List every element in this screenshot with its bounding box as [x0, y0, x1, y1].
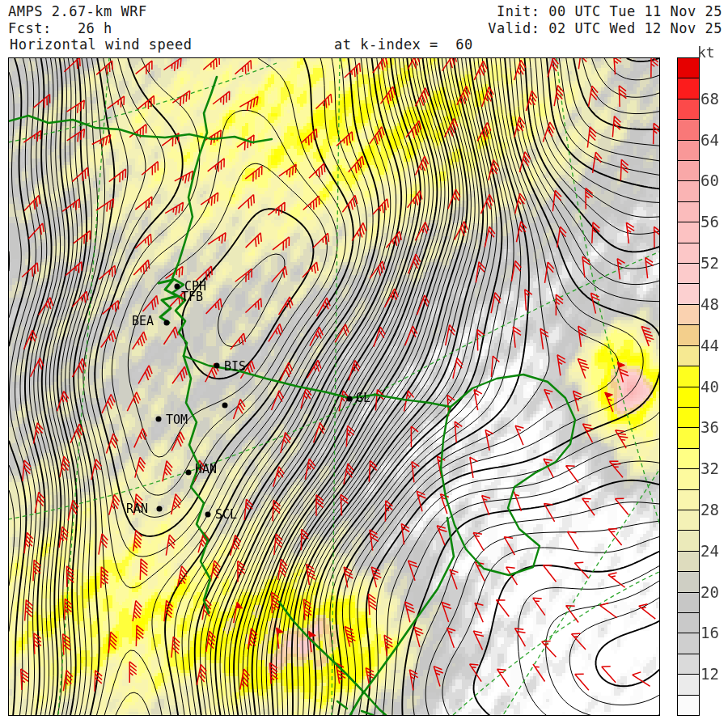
wind-barb	[533, 664, 545, 682]
wind-barb	[481, 194, 494, 214]
wind-barb	[485, 430, 493, 451]
wind-barb	[272, 592, 279, 613]
colorbar-cell-64	[677, 119, 700, 140]
wind-barb	[63, 634, 71, 655]
wind-barb	[602, 667, 616, 683]
wind-barb	[543, 122, 554, 142]
wind-barb	[133, 600, 142, 621]
colorbar-cell-68	[677, 78, 700, 99]
wind-barb	[335, 324, 349, 343]
wind-barb	[301, 529, 308, 550]
wind-barb	[582, 498, 595, 515]
wind-barb	[586, 188, 593, 210]
station-dot	[214, 363, 220, 369]
wind-barb	[578, 358, 589, 378]
wind-barb	[281, 433, 291, 453]
colorbar-cell-20	[677, 571, 700, 592]
wind-barb	[245, 166, 262, 181]
wind-barb	[67, 129, 85, 142]
wind-barb	[59, 527, 68, 548]
wind-barb	[133, 260, 149, 275]
wind-barb	[415, 222, 429, 240]
station-dot	[222, 403, 228, 408]
wind-barb	[135, 197, 151, 210]
wind-barb	[614, 53, 621, 74]
colorbar-cell-26	[677, 510, 700, 531]
wind-barb	[373, 56, 387, 73]
wind-barb	[245, 298, 261, 313]
colorbar-cell-8	[677, 695, 700, 716]
wind-barb	[641, 327, 654, 346]
colorbar-label-44: 44	[700, 336, 728, 354]
wind-barb	[235, 269, 252, 282]
wind-barb	[566, 466, 579, 483]
coastline	[441, 375, 575, 575]
wind-barb	[482, 495, 490, 514]
wind-barb	[513, 327, 521, 348]
wind-barb	[406, 121, 421, 138]
graticule-line	[8, 247, 671, 519]
wind-barb	[371, 567, 381, 587]
colorbar-cell-62	[677, 140, 700, 161]
wind-barb	[557, 355, 565, 376]
wind-barb	[304, 599, 312, 620]
wind-barb	[134, 429, 147, 448]
wind-barb	[352, 222, 366, 240]
wind-barb	[578, 49, 587, 70]
colorbar-cell-32	[677, 448, 700, 469]
colorbar-cell-50	[677, 263, 700, 284]
wind-barb	[314, 422, 325, 442]
wind-barb	[136, 625, 143, 646]
wind-barb	[575, 674, 589, 690]
wind-barb	[33, 560, 40, 581]
wind-barb	[414, 627, 423, 647]
colorbar-cell-10	[677, 674, 700, 695]
colorbar-cell-18	[677, 592, 700, 613]
wind-barb	[62, 199, 79, 211]
wind-barb	[234, 602, 238, 623]
wind-barb	[552, 190, 561, 211]
wind-barb	[447, 628, 455, 647]
wind-barb	[491, 293, 501, 314]
wind-barb	[175, 171, 193, 183]
wind-barb	[587, 127, 596, 148]
wind-barb	[171, 432, 184, 451]
colorbar-label-40: 40	[700, 378, 728, 396]
wind-barb	[385, 501, 392, 522]
station-label: BEA	[132, 314, 154, 328]
wind-barb	[374, 327, 385, 347]
map-frame	[9, 58, 660, 716]
wind-barb	[248, 629, 257, 650]
wind-barb	[370, 127, 384, 145]
wind-barb	[163, 327, 178, 345]
wind-barb	[455, 421, 462, 442]
wind-barb	[231, 535, 241, 555]
wind-barb	[208, 159, 225, 172]
wind-barb	[280, 362, 293, 382]
colorbar-label-12: 12	[700, 665, 728, 683]
wind-barb	[273, 467, 285, 487]
station-dot	[175, 284, 180, 290]
wind-barb	[375, 390, 383, 411]
forecast-map: CPHTFBBEABISTOMHANRANSCLGL	[0, 0, 728, 728]
colorbar-cell-54	[677, 222, 700, 243]
wind-barb	[172, 366, 187, 383]
wind-barb	[313, 233, 329, 248]
wind-barb	[515, 425, 524, 445]
wind-barb	[408, 561, 418, 581]
wind-barb	[345, 626, 355, 646]
wind-barb	[515, 193, 526, 214]
wind-barb	[417, 295, 429, 315]
graticule-line	[58, 57, 109, 715]
station-label: TOM	[166, 413, 188, 427]
station-label: TFB	[181, 290, 203, 304]
wind-barb	[578, 326, 586, 347]
station-label: HAN	[195, 462, 217, 476]
wind-barb	[279, 164, 296, 177]
wind-barb	[246, 233, 262, 248]
wind-barb	[496, 600, 509, 617]
amps-wrf-plot-page: AMPS 2.67-km WRF Fcst: 26 h Horizontal w…	[0, 0, 728, 728]
colorbar-cell-30	[677, 468, 700, 489]
wind-barb	[310, 327, 323, 345]
wind-barb	[437, 526, 447, 545]
